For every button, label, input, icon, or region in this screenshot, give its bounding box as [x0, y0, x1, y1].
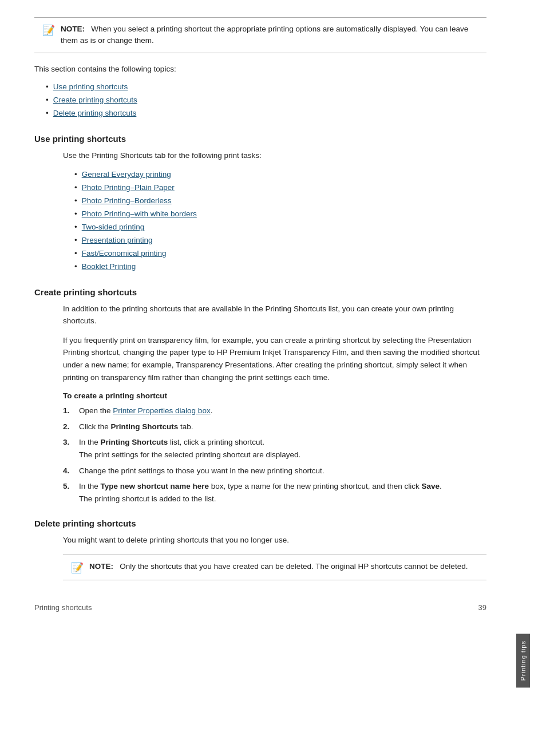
use-link-item-1: Photo Printing–Plain Paper [74, 181, 486, 195]
use-intro: Use the Printing Shortcuts tab for the f… [63, 149, 486, 162]
delete-note-icon: 📝 [71, 561, 84, 574]
note-icon: 📝 [42, 24, 55, 47]
toc-list: Use printing shortcuts Create printing s… [34, 81, 486, 120]
step-1-content: Open the Printer Properties dialog box. [79, 405, 486, 417]
step-2: 2. Click the Printing Shortcuts tab. [63, 421, 486, 433]
toc-link-create[interactable]: Create printing shortcuts [53, 94, 137, 107]
use-link-3[interactable]: Photo Printing–with white borders [82, 208, 197, 221]
toc-link-use[interactable]: Use printing shortcuts [53, 81, 128, 94]
step-2-num: 2. [63, 421, 73, 433]
toc-item-delete: Delete printing shortcuts [46, 107, 486, 120]
use-link-6[interactable]: Fast/Economical printing [82, 247, 167, 260]
use-link-item-7: Booklet Printing [74, 260, 486, 274]
delete-note-box: 📝 NOTE: Only the shortcuts that you have… [63, 555, 486, 580]
side-tab-label: Printing tips [516, 634, 530, 687]
footer-left: Printing shortcuts [34, 603, 92, 612]
create-para1: In addition to the printing shortcuts th… [63, 303, 486, 327]
printer-properties-link[interactable]: Printer Properties dialog box [113, 406, 210, 415]
use-link-item-6: Fast/Economical printing [74, 247, 486, 260]
intro-text: This section contains the following topi… [34, 64, 486, 75]
step-5-content: In the Type new shortcut name here box, … [79, 480, 486, 505]
use-link-4[interactable]: Two-sided printing [82, 221, 145, 234]
step-2-content: Click the Printing Shortcuts tab. [79, 421, 486, 433]
create-para2: If you frequently print on transparency … [63, 334, 486, 383]
step-4-num: 4. [63, 465, 73, 477]
step-1-num: 1. [63, 405, 73, 417]
use-link-item-3: Photo Printing–with white borders [74, 208, 486, 221]
step-4: 4. Change the print settings to those yo… [63, 465, 486, 477]
step-5-sub: The printing shortcut is added to the li… [79, 494, 216, 503]
use-heading: Use printing shortcuts [34, 134, 486, 144]
side-tab-container: Printing tips [515, 0, 531, 756]
toc-item-use: Use printing shortcuts [46, 81, 486, 94]
step-1: 1. Open the Printer Properties dialog bo… [63, 405, 486, 417]
step-5-bold2: Save [422, 482, 440, 490]
top-note-text: NOTE: When you select a printing shortcu… [61, 23, 478, 47]
step-5-bold1: Type new shortcut name here [101, 482, 209, 490]
toc-link-delete[interactable]: Delete printing shortcuts [53, 107, 137, 120]
step-2-bold: Printing Shortcuts [111, 422, 179, 431]
step-5: 5. In the Type new shortcut name here bo… [63, 480, 486, 505]
delete-heading: Delete printing shortcuts [34, 518, 486, 528]
step-3-bold: Printing Shortcuts [101, 438, 168, 446]
toc-item-create: Create printing shortcuts [46, 94, 486, 107]
use-section: Use printing shortcuts Use the Printing … [34, 134, 486, 274]
use-link-item-0: General Everyday printing [74, 168, 486, 181]
step-5-num: 5. [63, 480, 73, 505]
use-link-item-4: Two-sided printing [74, 221, 486, 234]
create-section: Create printing shortcuts In addition to… [34, 287, 486, 505]
step-3-num: 3. [63, 436, 73, 461]
step-3-sub: The print settings for the selected prin… [79, 450, 300, 459]
create-sub-heading: To create a printing shortcut [63, 391, 486, 400]
top-note-box: 📝 NOTE: When you select a printing short… [34, 17, 486, 53]
step-3: 3. In the Printing Shortcuts list, click… [63, 436, 486, 461]
footer: Printing shortcuts 39 [34, 597, 486, 612]
use-link-2[interactable]: Photo Printing–Borderless [82, 195, 172, 208]
delete-section: Delete printing shortcuts You might want… [34, 518, 486, 580]
footer-right: 39 [478, 603, 486, 612]
delete-note-text: NOTE: Only the shortcuts that you have c… [89, 561, 468, 574]
use-link-1[interactable]: Photo Printing–Plain Paper [82, 181, 175, 195]
use-links-list: General Everyday printing Photo Printing… [63, 168, 486, 274]
create-steps: 1. Open the Printer Properties dialog bo… [63, 405, 486, 505]
step-3-content: In the Printing Shortcuts list, click a … [79, 436, 486, 461]
use-link-0[interactable]: General Everyday printing [82, 168, 171, 181]
use-link-7[interactable]: Booklet Printing [82, 260, 136, 274]
create-heading: Create printing shortcuts [34, 287, 486, 297]
delete-para: You might want to delete printing shortc… [63, 534, 486, 547]
step-4-content: Change the print settings to those you w… [79, 465, 486, 477]
use-link-5[interactable]: Presentation printing [82, 234, 153, 247]
use-link-item-2: Photo Printing–Borderless [74, 195, 486, 208]
use-link-item-5: Presentation printing [74, 234, 486, 247]
